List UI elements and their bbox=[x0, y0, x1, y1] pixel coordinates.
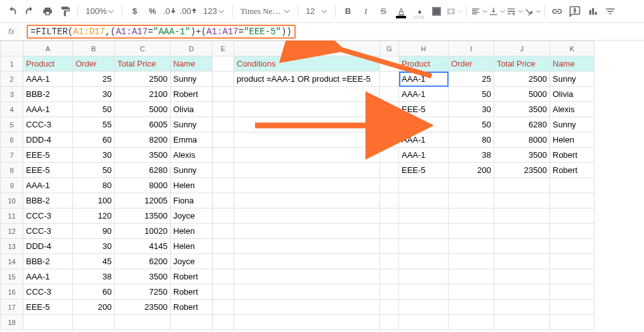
row-header-1[interactable]: 1 bbox=[1, 56, 23, 72]
right-cell[interactable]: 25 bbox=[449, 72, 494, 86]
right-cell[interactable]: Robert bbox=[550, 148, 594, 162]
font-dropdown[interactable]: Times Ne… bbox=[237, 3, 294, 20]
left-cell[interactable]: 60 bbox=[73, 132, 114, 147]
left-cell[interactable]: BBB-2 bbox=[23, 193, 72, 208]
left-cell[interactable]: 50 bbox=[73, 163, 114, 177]
font-size-dropdown[interactable]: 12 bbox=[302, 3, 331, 20]
left-header-3[interactable]: Name bbox=[171, 56, 212, 71]
corner-cell[interactable] bbox=[1, 41, 23, 56]
left-cell[interactable]: Sunny bbox=[171, 72, 212, 86]
right-cell[interactable]: Olivia bbox=[550, 87, 594, 101]
left-cell[interactable]: EEE-5 bbox=[23, 148, 72, 162]
right-cell[interactable]: AAA-1 bbox=[399, 87, 448, 101]
left-cell[interactable]: Fiona bbox=[171, 193, 212, 208]
row-header-4[interactable]: 4 bbox=[1, 102, 23, 117]
right-cell[interactable]: 200 bbox=[449, 163, 494, 177]
left-cell[interactable]: AAA-1 bbox=[23, 72, 72, 86]
text-wrap-button[interactable] bbox=[506, 3, 523, 20]
row-header-7[interactable]: 7 bbox=[1, 148, 23, 163]
left-cell[interactable]: Helen bbox=[171, 224, 212, 238]
italic-button[interactable]: I bbox=[357, 3, 374, 20]
left-cell[interactable]: 6280 bbox=[115, 163, 170, 177]
left-cell[interactable]: 4145 bbox=[115, 239, 170, 253]
right-cell[interactable]: AAA-1 bbox=[399, 148, 448, 162]
left-cell[interactable]: 23500 bbox=[115, 300, 170, 314]
right-cell[interactable]: 6280 bbox=[494, 117, 549, 132]
left-cell[interactable]: 13500 bbox=[115, 208, 170, 223]
left-cell[interactable]: 2500 bbox=[115, 72, 170, 86]
left-cell[interactable]: DDD-4 bbox=[23, 239, 72, 253]
column-header-D[interactable]: D bbox=[171, 41, 213, 56]
right-header-1[interactable]: Order bbox=[449, 56, 494, 71]
right-cell[interactable]: 5000 bbox=[494, 87, 549, 101]
right-cell[interactable]: Robert bbox=[550, 163, 594, 177]
left-cell[interactable]: Alexis bbox=[171, 148, 212, 162]
left-cell[interactable]: CCC-3 bbox=[23, 208, 72, 223]
row-header-5[interactable]: 5 bbox=[1, 117, 23, 132]
row-header-18[interactable]: 18 bbox=[1, 315, 23, 330]
right-cell[interactable]: 23500 bbox=[494, 163, 549, 177]
increase-decimal-button[interactable]: .00 bbox=[178, 3, 198, 20]
left-cell[interactable]: 5000 bbox=[115, 102, 170, 117]
left-cell[interactable]: 55 bbox=[73, 117, 114, 132]
left-cell[interactable]: 12005 bbox=[115, 193, 170, 208]
row-header-11[interactable]: 11 bbox=[1, 208, 23, 224]
left-cell[interactable]: Robert bbox=[171, 269, 212, 284]
left-cell[interactable]: Sunny bbox=[171, 117, 212, 132]
left-cell[interactable]: Robert bbox=[171, 284, 212, 299]
left-cell[interactable]: 50 bbox=[73, 102, 114, 117]
right-cell[interactable]: EEE-5 bbox=[399, 163, 448, 177]
left-cell[interactable]: 10020 bbox=[115, 224, 170, 238]
row-header-2[interactable]: 2 bbox=[1, 72, 23, 87]
right-cell[interactable]: EEE-5 bbox=[399, 102, 448, 117]
left-header-1[interactable]: Order bbox=[73, 56, 114, 71]
strikethrough-button[interactable]: S bbox=[375, 3, 391, 20]
left-cell[interactable]: AAA-1 bbox=[23, 102, 72, 117]
right-header-3[interactable]: Name bbox=[550, 56, 594, 71]
left-cell[interactable]: Joyce bbox=[171, 254, 212, 269]
left-cell[interactable]: 45 bbox=[73, 254, 114, 269]
row-header-14[interactable]: 14 bbox=[1, 254, 23, 269]
merge-cells-button[interactable] bbox=[446, 3, 463, 20]
number-format-dropdown[interactable]: 123 bbox=[199, 3, 228, 20]
right-cell[interactable]: Alexis bbox=[550, 102, 594, 117]
left-cell[interactable]: Robert bbox=[171, 87, 212, 101]
left-cell[interactable]: CCC-3 bbox=[23, 224, 72, 238]
left-cell[interactable]: Sunny bbox=[171, 163, 212, 177]
right-cell[interactable]: 2500 bbox=[494, 72, 549, 86]
currency-button[interactable]: $ bbox=[126, 3, 143, 20]
left-cell[interactable]: 2100 bbox=[115, 87, 170, 101]
left-cell[interactable]: EEE-5 bbox=[23, 300, 72, 314]
left-cell[interactable]: 120 bbox=[73, 208, 114, 223]
row-header-13[interactable]: 13 bbox=[1, 239, 23, 254]
left-cell[interactable]: 30 bbox=[73, 87, 114, 101]
row-header-17[interactable]: 17 bbox=[1, 300, 23, 315]
left-cell[interactable]: EEE-5 bbox=[23, 163, 72, 177]
left-cell[interactable]: 30 bbox=[73, 239, 114, 253]
row-header-6[interactable]: 6 bbox=[1, 132, 23, 148]
text-rotation-button[interactable] bbox=[524, 3, 541, 20]
left-cell[interactable]: DDD-4 bbox=[23, 132, 72, 147]
insert-chart-button[interactable] bbox=[584, 3, 601, 20]
left-cell[interactable]: Olivia bbox=[171, 102, 212, 117]
right-cell[interactable]: 3500 bbox=[494, 102, 549, 117]
left-cell[interactable]: 6005 bbox=[115, 117, 170, 132]
right-cell[interactable]: 38 bbox=[449, 148, 494, 162]
left-cell[interactable]: AAA-1 bbox=[23, 178, 72, 193]
left-cell[interactable]: 7250 bbox=[115, 284, 170, 299]
right-cell[interactable]: 8000 bbox=[494, 132, 549, 147]
row-header-9[interactable]: 9 bbox=[1, 178, 23, 193]
left-cell[interactable]: 3500 bbox=[115, 148, 170, 162]
right-cell[interactable]: 80 bbox=[449, 132, 494, 147]
left-cell[interactable]: AAA-1 bbox=[23, 269, 72, 284]
row-header-8[interactable]: 8 bbox=[1, 163, 23, 178]
left-cell[interactable]: Helen bbox=[171, 178, 212, 193]
text-color-button[interactable]: A bbox=[393, 3, 409, 20]
left-cell[interactable]: 8200 bbox=[115, 132, 170, 147]
left-cell[interactable]: Emma bbox=[171, 132, 212, 147]
undo-button[interactable] bbox=[4, 3, 20, 20]
left-cell[interactable]: 30 bbox=[73, 148, 114, 162]
insert-comment-button[interactable]: + bbox=[567, 3, 583, 20]
insert-link-button[interactable] bbox=[549, 3, 565, 20]
left-cell[interactable]: CCC-3 bbox=[23, 117, 72, 132]
